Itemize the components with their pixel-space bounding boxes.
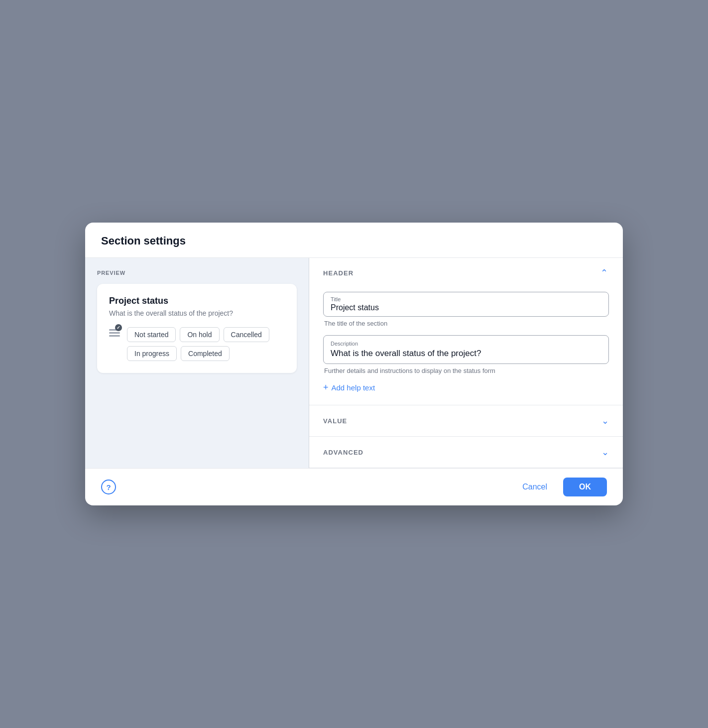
preview-card: Project status What is the overall statu…: [97, 284, 297, 373]
option-in-progress[interactable]: In progress: [127, 346, 177, 361]
footer-actions: Cancel OK: [512, 478, 607, 496]
value-section-toggle[interactable]: VALUE ⌄: [309, 405, 623, 436]
advanced-section-toggle[interactable]: ADVANCED ⌄: [309, 437, 623, 468]
value-section: VALUE ⌄: [309, 405, 623, 437]
dialog-footer: ? Cancel OK: [85, 468, 623, 505]
add-help-text-button[interactable]: + Add help text: [323, 382, 609, 393]
dialog-header: Section settings: [85, 223, 623, 258]
icon-line-3: [109, 335, 120, 337]
value-section-label: VALUE: [323, 417, 347, 425]
description-field-value: What is the overall status of the projec…: [331, 349, 601, 359]
dialog-body: PREVIEW Project status What is the overa…: [85, 258, 623, 468]
header-section-toggle[interactable]: HEADER ⌃: [309, 258, 623, 288]
ok-button[interactable]: OK: [563, 478, 607, 496]
cancel-button[interactable]: Cancel: [512, 478, 557, 496]
title-field-hint: The title of the section: [323, 320, 609, 327]
description-field-group: Description What is the overall status o…: [323, 335, 609, 374]
icon-line-2: [109, 332, 120, 334]
section-settings-dialog: Section settings PREVIEW Project status …: [85, 223, 623, 505]
preview-panel: PREVIEW Project status What is the overa…: [85, 258, 309, 468]
title-field-group: Title Project status The title of the se…: [323, 292, 609, 327]
add-help-text-label: Add help text: [332, 383, 375, 392]
preview-options: Not started On hold Cancelled In progres…: [127, 327, 285, 361]
option-completed[interactable]: Completed: [181, 346, 230, 361]
value-chevron-down-icon: ⌄: [601, 415, 609, 426]
advanced-section: ADVANCED ⌄: [309, 437, 623, 468]
check-badge-icon: [115, 324, 122, 331]
description-field-label: Description: [331, 341, 601, 347]
advanced-section-label: ADVANCED: [323, 449, 363, 456]
plus-icon: +: [323, 382, 329, 393]
title-field-label: Title: [331, 296, 601, 302]
header-section-body: Title Project status The title of the se…: [309, 288, 623, 405]
settings-panel: HEADER ⌃ Title Project status The title …: [309, 258, 623, 468]
title-field-wrapper[interactable]: Title Project status: [323, 292, 609, 317]
help-icon[interactable]: ?: [101, 480, 116, 494]
preview-card-title: Project status: [109, 296, 285, 306]
description-field-wrapper[interactable]: Description What is the overall status o…: [323, 335, 609, 364]
preview-label: PREVIEW: [97, 270, 297, 276]
header-chevron-up-icon: ⌃: [599, 268, 609, 278]
description-field-hint: Further details and instructions to disp…: [323, 367, 609, 374]
advanced-chevron-down-icon: ⌄: [601, 447, 609, 458]
option-not-started[interactable]: Not started: [127, 327, 176, 342]
header-section-label: HEADER: [323, 269, 354, 277]
list-check-icon: [109, 327, 120, 337]
preview-card-content: Not started On hold Cancelled In progres…: [109, 327, 285, 361]
title-field-value: Project status: [331, 303, 601, 312]
dialog-title: Section settings: [101, 235, 607, 247]
option-on-hold[interactable]: On hold: [180, 327, 219, 342]
header-section: HEADER ⌃ Title Project status The title …: [309, 258, 623, 405]
preview-card-description: What is the overall status of the projec…: [109, 309, 285, 317]
option-cancelled[interactable]: Cancelled: [224, 327, 269, 342]
